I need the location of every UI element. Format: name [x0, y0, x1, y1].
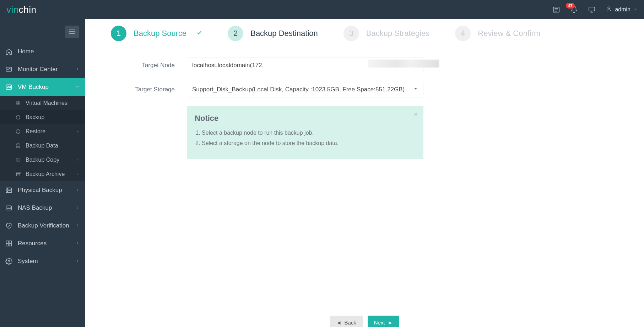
step-label: Backup Source	[134, 29, 186, 38]
chevron-left-icon	[75, 204, 80, 211]
caret-down-icon	[413, 86, 418, 93]
subnav-label: Backup	[26, 114, 44, 120]
step-review-confirm[interactable]: 4 Review & Confirm	[455, 26, 540, 41]
chevron-down-icon	[633, 6, 638, 13]
subnav-label: Backup Archive	[26, 171, 65, 177]
sidebar-item-monitor[interactable]: Monitor Center	[0, 60, 85, 78]
vm-icon: VM	[5, 83, 13, 91]
chevron-left-icon	[75, 240, 80, 247]
user-name: admin	[615, 6, 631, 13]
monitor-icon	[5, 65, 13, 73]
notice-item: Select a backup node to run this backup …	[202, 128, 416, 138]
subnav-label: Backup Copy	[26, 157, 59, 163]
caret-down-icon	[413, 62, 418, 69]
step-backup-source[interactable]: 1 Backup Source	[111, 26, 202, 41]
svg-rect-33	[9, 244, 12, 246]
sidebar-item-system[interactable]: System	[0, 252, 85, 270]
step-number: 3	[343, 26, 359, 41]
shield-icon	[5, 222, 13, 230]
step-label: Backup Destination	[250, 29, 318, 38]
step-number: 4	[455, 26, 471, 41]
svg-text:NAS: NAS	[7, 207, 11, 209]
sidebar-item-label: NAS Backup	[18, 204, 52, 211]
notice-panel: × Notice Select a backup node to run thi…	[187, 106, 423, 159]
resources-icon	[5, 240, 13, 247]
svg-point-27	[7, 191, 8, 192]
home-icon	[5, 48, 13, 55]
nas-icon: NAS	[5, 204, 13, 212]
check-icon	[196, 30, 202, 37]
step-backup-strategies[interactable]: 3 Backup Strategies	[343, 26, 430, 41]
svg-rect-17	[18, 103, 20, 105]
svg-rect-15	[18, 101, 20, 103]
svg-point-26	[7, 188, 8, 189]
archive-icon	[15, 171, 21, 177]
sidebar-item-label: VM Backup	[18, 84, 49, 91]
logo-suffix: chin	[19, 4, 37, 15]
chevron-left-icon	[75, 66, 80, 73]
sidebar-item-vm-backup[interactable]: VM VM Backup	[0, 78, 85, 96]
grid-icon	[15, 100, 21, 106]
step-label: Review & Confirm	[478, 29, 540, 38]
sidebar-item-verification[interactable]: Backup Verification	[0, 217, 85, 235]
subnav-backup[interactable]: Backup	[0, 110, 85, 124]
subnav-label: Backup Data	[26, 143, 58, 149]
arrow-right-icon: ►	[388, 320, 393, 326]
notification-badge: 47	[566, 3, 574, 9]
user-menu[interactable]: admin	[606, 6, 638, 14]
notice-item: Select a storage on the node to store th…	[202, 138, 416, 149]
target-node-row: Target Node localhost.localdomain(172.	[111, 58, 627, 73]
wizard-footer: ◄ Back Next ►	[85, 316, 644, 327]
sidebar-item-label: Monitor Center	[18, 66, 58, 73]
back-label: Back	[344, 320, 356, 326]
target-node-label: Target Node	[111, 62, 187, 69]
chevron-left-icon	[75, 222, 80, 229]
database-icon	[15, 143, 21, 149]
vm-backup-subnav: Virtual Machines Backup Restore Backup D…	[0, 96, 85, 181]
next-button[interactable]: Next ►	[368, 316, 400, 327]
sidebar-item-label: Home	[18, 48, 34, 55]
target-node-select[interactable]: localhost.localdomain(172.	[187, 58, 423, 73]
target-storage-row: Target Storage Support_Disk_Backup(Local…	[111, 82, 627, 97]
bell-icon[interactable]: 47	[570, 6, 578, 14]
chevron-left-icon	[75, 258, 80, 265]
arrow-left-icon: ◄	[336, 320, 342, 326]
target-storage-value: Support_Disk_Backup(Local Disk, Capacity…	[192, 86, 405, 93]
close-icon[interactable]: ×	[414, 111, 418, 118]
gear-icon	[5, 257, 13, 265]
svg-rect-4	[589, 7, 595, 11]
sidebar-item-home[interactable]: Home	[0, 43, 85, 60]
next-label: Next	[374, 320, 385, 326]
target-node-value: localhost.localdomain(172.	[192, 62, 264, 69]
hamburger-button[interactable]	[65, 26, 79, 38]
svg-rect-22	[16, 173, 20, 176]
subnav-backup-archive[interactable]: Backup Archive	[0, 167, 85, 181]
svg-rect-30	[6, 241, 9, 243]
subnav-backup-data[interactable]: Backup Data	[0, 139, 85, 153]
logo: vinchin	[6, 4, 36, 15]
chevron-down-icon	[75, 84, 80, 91]
subnav-label: Virtual Machines	[26, 100, 67, 106]
sidebar-item-resources[interactable]: Resources	[0, 235, 85, 252]
step-backup-destination[interactable]: 2 Backup Destination	[228, 26, 318, 41]
main-content: 1 Backup Source 2 Backup Destination 3 B…	[85, 19, 644, 327]
target-storage-select[interactable]: Support_Disk_Backup(Local Disk, Capacity…	[187, 82, 423, 97]
back-button[interactable]: ◄ Back	[330, 316, 363, 327]
subnav-label: Restore	[26, 128, 45, 135]
svg-point-7	[608, 7, 610, 9]
sidebar-item-physical-backup[interactable]: Physical Backup	[0, 181, 85, 199]
tasks-icon[interactable]	[552, 6, 560, 14]
svg-rect-16	[16, 103, 18, 105]
subnav-restore[interactable]: Restore	[0, 124, 85, 139]
step-number: 2	[228, 26, 243, 41]
sidebar: Home Monitor Center VM VM Backup Virtual…	[0, 19, 85, 327]
wizard-steps: 1 Backup Source 2 Backup Destination 3 B…	[111, 26, 627, 41]
refresh-icon	[15, 114, 21, 120]
sidebar-item-nas-backup[interactable]: NAS NAS Backup	[0, 199, 85, 217]
screen-icon[interactable]	[588, 6, 596, 14]
subnav-virtual-machines[interactable]: Virtual Machines	[0, 96, 85, 110]
chevron-left-icon	[76, 157, 80, 163]
logo-prefix: vin	[6, 4, 19, 15]
sidebar-item-label: Resources	[18, 240, 47, 247]
subnav-backup-copy[interactable]: Backup Copy	[0, 153, 85, 167]
